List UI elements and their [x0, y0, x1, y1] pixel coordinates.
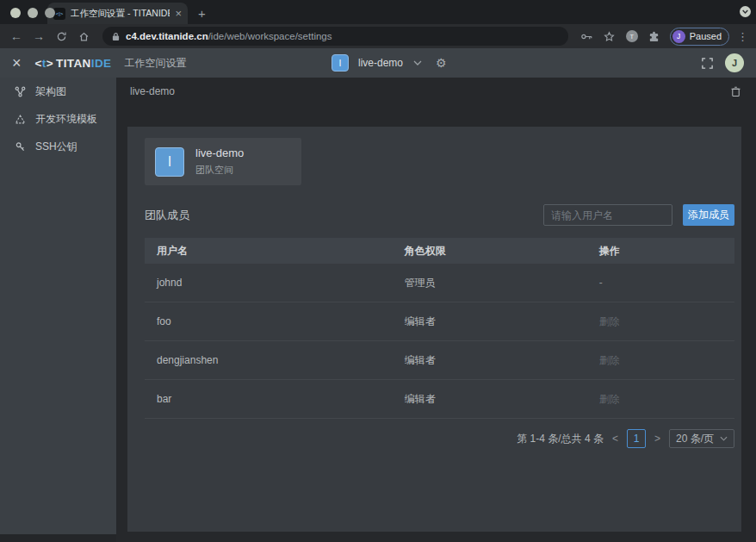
members-header: 团队成员 添加成员 — [145, 204, 734, 226]
forward-button[interactable]: → — [30, 28, 47, 45]
key-icon — [15, 141, 26, 153]
branch-icon — [15, 86, 26, 97]
browser-profile-avatar: J — [672, 30, 685, 43]
table-row: dengjianshen 编辑者 删除 — [145, 341, 734, 380]
tab-search-button[interactable] — [740, 6, 751, 17]
column-username: 用户名 — [145, 244, 393, 259]
cell-username: dengjianshen — [145, 354, 393, 366]
cell-username: bar — [145, 393, 393, 405]
breadcrumb-bar: live-demo — [116, 78, 756, 97]
page-size-select[interactable]: 20 条/页 — [669, 429, 734, 448]
delete-member-link[interactable]: 删除 — [587, 353, 734, 368]
bookmark-star-icon[interactable] — [601, 28, 618, 45]
delete-member-link[interactable]: 删除 — [587, 315, 734, 329]
tab-favicon-icon: <|> — [53, 8, 65, 20]
lock-icon — [112, 32, 120, 41]
members-section-title: 团队成员 — [145, 208, 189, 223]
window-zoom-button[interactable] — [45, 8, 55, 18]
url-path: /ide/web/workspace/settings — [208, 31, 332, 41]
column-action: 操作 — [587, 244, 734, 259]
pagination-summary: 第 1-4 条/总共 4 条 — [517, 432, 604, 446]
username-input[interactable] — [543, 204, 672, 226]
user-avatar[interactable]: J — [725, 53, 744, 72]
window-close-button[interactable] — [10, 8, 21, 18]
workspace-card: l live-demo 团队空间 — [145, 138, 301, 185]
workspace-switcher[interactable]: l live-demo ⚙ — [332, 48, 447, 78]
table-row: foo 编辑者 删除 — [145, 302, 734, 341]
add-member-button[interactable]: 添加成员 — [683, 204, 734, 226]
workspace-card-avatar: l — [155, 147, 184, 177]
cell-role: 编辑者 — [393, 392, 587, 407]
page-title: 工作空间设置 — [124, 56, 186, 71]
browser-menu-icon[interactable]: ⋮ — [737, 30, 748, 43]
titanide-logo: <t>TITANIDE — [35, 57, 112, 70]
table-row: johnd 管理员 - — [145, 264, 734, 302]
cell-role: 编辑者 — [393, 315, 587, 329]
fullscreen-icon[interactable] — [701, 57, 714, 70]
main-content: live-demo l live-demo 团队空间 团队成员 添加成员 — [116, 78, 756, 542]
back-button[interactable]: ← — [8, 28, 25, 45]
pagination: 第 1-4 条/总共 4 条 < 1 > 20 条/页 — [145, 429, 734, 448]
extension-badge-icon[interactable]: T — [623, 28, 641, 45]
next-page-icon[interactable]: > — [654, 433, 661, 445]
sidebar-item-label: 开发环境模板 — [35, 112, 97, 127]
cell-username: foo — [145, 315, 393, 327]
prev-page-icon[interactable]: < — [611, 433, 619, 445]
app-close-icon[interactable]: × — [12, 55, 22, 71]
workspace-avatar: l — [332, 54, 349, 72]
delete-member-link[interactable]: 删除 — [587, 392, 734, 407]
workspace-name: live-demo — [358, 57, 403, 69]
template-icon — [15, 114, 26, 125]
cell-role: 管理员 — [393, 276, 587, 290]
browser-toolbar: ← → c4.dev.titanide.cn/ide/web/workspace… — [0, 24, 756, 48]
cell-role: 编辑者 — [393, 353, 587, 368]
sidebar-item-label: SSH公钥 — [35, 140, 77, 154]
tab-close-icon[interactable]: × — [175, 8, 182, 19]
gear-icon[interactable]: ⚙ — [436, 57, 447, 69]
sidebar-item-dev-template[interactable]: 开发环境模板 — [0, 105, 116, 133]
extensions-puzzle-icon[interactable] — [646, 28, 663, 45]
browser-profile-button[interactable]: J Paused — [670, 28, 729, 46]
page-size-value: 20 条/页 — [676, 432, 714, 446]
tab-title: 工作空间设置 - TITANIDE — [71, 8, 170, 20]
sidebar-item-ssh-keys[interactable]: SSH公钥 — [0, 133, 116, 160]
sync-status-label: Paused — [690, 31, 722, 41]
workspace-card-type: 团队空间 — [195, 164, 244, 177]
browser-tab[interactable]: <|> 工作空间设置 - TITANIDE × — [47, 3, 188, 24]
cell-action: - — [587, 277, 734, 289]
workspace-settings-panel: l live-demo 团队空间 团队成员 添加成员 用户名 角色权限 操作 — [127, 127, 741, 532]
password-key-icon[interactable] — [579, 28, 596, 45]
table-row: bar 编辑者 删除 — [145, 380, 734, 419]
workspace-card-name: live-demo — [195, 146, 244, 159]
address-bar[interactable]: c4.dev.titanide.cn/ide/web/workspace/set… — [102, 27, 568, 46]
chevron-down-icon[interactable] — [413, 60, 422, 65]
url-domain: c4.dev.titanide.cn — [126, 31, 208, 41]
window-minimize-button[interactable] — [28, 8, 38, 18]
sidebar-item-architecture[interactable]: 架构图 — [0, 78, 116, 105]
select-chevron-icon — [720, 436, 728, 441]
breadcrumb: live-demo — [130, 85, 175, 97]
delete-workspace-trash-icon[interactable] — [730, 85, 741, 97]
sidebar: 架构图 开发环境模板 SSH公钥 — [0, 78, 116, 534]
column-role: 角色权限 — [393, 244, 587, 259]
cell-username: johnd — [145, 277, 393, 289]
members-table: 用户名 角色权限 操作 johnd 管理员 - foo 编辑者 删除 dengj… — [145, 238, 734, 419]
app-topbar: × <t>TITANIDE 工作空间设置 l live-demo ⚙ J — [0, 48, 756, 78]
window-controls[interactable] — [10, 8, 55, 18]
home-button[interactable] — [75, 28, 92, 45]
new-tab-button[interactable]: + — [198, 6, 206, 24]
browser-tab-bar: <|> 工作空间设置 - TITANIDE × + — [0, 0, 756, 24]
reload-button[interactable] — [53, 28, 70, 45]
page-number-button[interactable]: 1 — [627, 429, 646, 448]
sidebar-item-label: 架构图 — [35, 84, 66, 99]
table-header-row: 用户名 角色权限 操作 — [145, 238, 734, 264]
